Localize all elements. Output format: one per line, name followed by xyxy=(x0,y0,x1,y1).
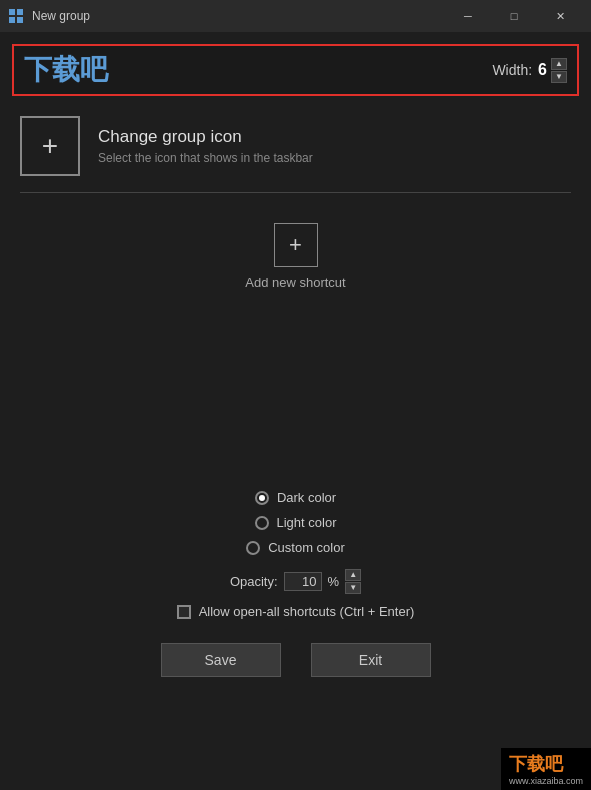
svg-rect-0 xyxy=(9,9,15,15)
window-controls: ─ □ ✕ xyxy=(445,0,583,32)
icon-section-title: Change group icon xyxy=(98,127,313,147)
watermark: 下载吧 www.xiazaiba.com xyxy=(501,748,591,790)
add-shortcut-label: Add new shortcut xyxy=(245,275,345,290)
custom-color-label: Custom color xyxy=(268,540,345,555)
width-spinner[interactable]: ▲ ▼ xyxy=(551,58,567,83)
main-content: 下载吧 Width: 6 ▲ ▼ + Change group icon Sel… xyxy=(0,44,591,697)
group-name-text: 下载吧 xyxy=(24,51,492,89)
svg-rect-3 xyxy=(17,17,23,23)
allow-open-all-checkbox[interactable] xyxy=(177,605,191,619)
opacity-spinner[interactable]: ▲ ▼ xyxy=(345,569,361,594)
svg-rect-2 xyxy=(9,17,15,23)
allow-open-all-label: Allow open-all shortcuts (Ctrl + Enter) xyxy=(199,604,415,619)
custom-color-radio[interactable] xyxy=(246,541,260,555)
opacity-unit: % xyxy=(328,574,340,589)
dark-color-radio[interactable] xyxy=(255,491,269,505)
maximize-button[interactable]: □ xyxy=(491,0,537,32)
action-buttons: Save Exit xyxy=(0,625,591,697)
empty-space xyxy=(0,310,591,480)
opacity-label: Opacity: xyxy=(230,574,278,589)
opacity-down-button[interactable]: ▼ xyxy=(345,582,361,594)
width-down-button[interactable]: ▼ xyxy=(551,71,567,83)
watermark-url: www.xiazaiba.com xyxy=(509,776,583,786)
add-shortcut-button[interactable]: + xyxy=(274,223,318,267)
allow-open-all-row: Allow open-all shortcuts (Ctrl + Enter) xyxy=(0,598,591,625)
watermark-text: 下载吧 xyxy=(509,752,583,776)
minimize-button[interactable]: ─ xyxy=(445,0,491,32)
opacity-up-button[interactable]: ▲ xyxy=(345,569,361,581)
color-options: Dark color Light color Custom color xyxy=(0,480,591,565)
light-color-option[interactable]: Light color xyxy=(255,515,337,530)
close-button[interactable]: ✕ xyxy=(537,0,583,32)
icon-plus-symbol: + xyxy=(42,132,58,160)
window-title: New group xyxy=(32,9,445,23)
dark-color-option[interactable]: Dark color xyxy=(255,490,336,505)
opacity-row: Opacity: % ▲ ▼ xyxy=(0,565,591,598)
svg-rect-1 xyxy=(17,9,23,15)
custom-color-option[interactable]: Custom color xyxy=(246,540,345,555)
light-color-radio[interactable] xyxy=(255,516,269,530)
dark-color-label: Dark color xyxy=(277,490,336,505)
shortcut-plus-icon: + xyxy=(289,232,302,258)
exit-button[interactable]: Exit xyxy=(311,643,431,677)
icon-text-group: Change group icon Select the icon that s… xyxy=(98,127,313,165)
shortcut-section: + Add new shortcut xyxy=(0,193,591,310)
width-up-button[interactable]: ▲ xyxy=(551,58,567,70)
width-value: 6 xyxy=(538,61,547,79)
group-header[interactable]: 下载吧 Width: 6 ▲ ▼ xyxy=(12,44,579,96)
icon-section-subtitle: Select the icon that shows in the taskba… xyxy=(98,151,313,165)
opacity-input[interactable] xyxy=(284,572,322,591)
light-color-label: Light color xyxy=(277,515,337,530)
app-icon xyxy=(8,8,24,24)
save-button[interactable]: Save xyxy=(161,643,281,677)
width-label: Width: xyxy=(492,62,532,78)
icon-section: + Change group icon Select the icon that… xyxy=(0,96,591,192)
title-bar: New group ─ □ ✕ xyxy=(0,0,591,32)
change-icon-button[interactable]: + xyxy=(20,116,80,176)
